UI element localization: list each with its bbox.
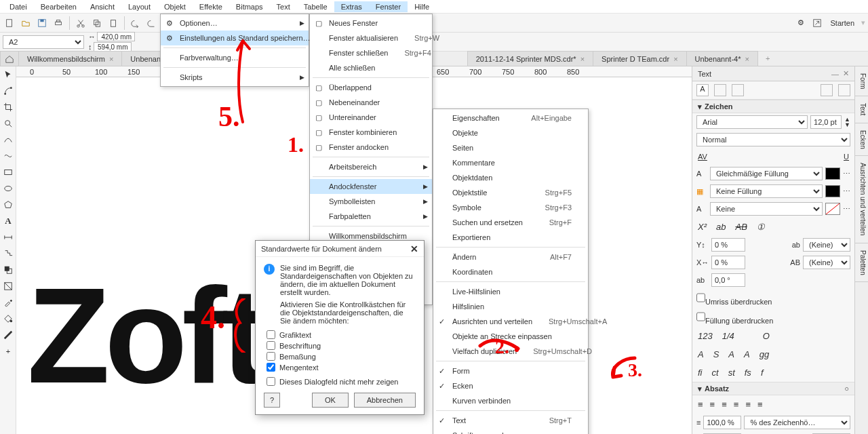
overprint-outline-checkbox[interactable] (696, 291, 705, 304)
docker-side-tabs[interactable]: FormTextEckenAusrichten und verteilenPal… (854, 66, 868, 434)
menu-item[interactable]: Ecken (433, 378, 588, 393)
ok-button[interactable]: OK (312, 393, 349, 408)
fill-swatch[interactable] (825, 167, 840, 180)
linespace-unit-select[interactable]: % des Zeichenhö… (744, 416, 850, 429)
tab-document[interactable]: 2011-12-14 Sprinter MDS.cdr*× (467, 51, 593, 66)
redo-icon[interactable] (145, 16, 159, 30)
menu-item[interactable]: ▢Neues Fenster (310, 16, 432, 31)
menu-item[interactable]: Arbeitsbereich▶ (310, 159, 432, 174)
align-right-icon[interactable]: ≡ (722, 399, 727, 410)
opt-checkbox[interactable] (267, 341, 275, 350)
menu-item[interactable]: SymboleStrg+F3 (433, 200, 588, 215)
tab-close-icon[interactable]: × (109, 55, 113, 63)
opt-checkbox[interactable] (267, 363, 275, 372)
spinner-icon[interactable]: ▲▼ (844, 117, 850, 127)
menu-item[interactable]: ▢Überlappend (310, 80, 432, 95)
linespace-input[interactable] (703, 416, 741, 429)
x-offset-input[interactable] (711, 256, 745, 269)
align-center-icon[interactable]: ≡ (710, 399, 715, 410)
menu-item[interactable]: ÄndernAlt+F7 (433, 250, 588, 264)
docker-tab[interactable]: Ecken (855, 123, 868, 157)
fill-tool-icon[interactable] (0, 311, 16, 327)
menu-item[interactable]: Ausrichten und verteilenStrg+Umschalt+A (433, 314, 588, 329)
docker-tab[interactable]: Ausrichten und verteilen (855, 156, 868, 243)
align-row[interactable]: ≡≡≡≡≡≡ (692, 395, 854, 414)
opt-checkbox[interactable] (267, 352, 275, 361)
polygon-tool-icon[interactable] (0, 197, 16, 213)
menu-item[interactable]: Form (433, 363, 588, 378)
bg-swatch[interactable] (825, 203, 840, 215)
transparency-tool-icon[interactable] (0, 278, 16, 294)
freehand-tool-icon[interactable] (0, 132, 16, 148)
start-button[interactable]: Starten (827, 19, 859, 27)
menu-fenster[interactable]: Fenster (369, 1, 408, 12)
launch-icon[interactable] (810, 16, 824, 30)
cancel-button[interactable]: Abbrechen (354, 393, 416, 408)
page-size-select[interactable]: A2 (3, 35, 84, 49)
menu-layout[interactable]: Layout (121, 1, 157, 12)
align-left-icon[interactable]: ≡ (698, 399, 703, 410)
shape-tool-icon[interactable] (0, 83, 16, 99)
outline-swatch[interactable] (825, 185, 840, 197)
menu-datei[interactable]: Datei (3, 1, 34, 12)
bg-more-icon[interactable]: ⋯ (843, 205, 850, 214)
align-justify-icon[interactable]: ≡ (734, 399, 739, 410)
more-icon[interactable] (838, 84, 850, 96)
document-tabs[interactable]: Willkommensbildschirm×Unbenannt-1*×2011-… (0, 52, 868, 66)
shadow-tool-icon[interactable] (0, 262, 16, 278)
menu-item[interactable]: ⚙Einstellungen als Standard speichern… (161, 31, 309, 45)
menu-item[interactable]: Schriftensammler (433, 428, 588, 434)
page-width-input[interactable] (97, 32, 135, 41)
menu-item[interactable]: EigenschaftenAlt+Eingabe (433, 111, 588, 125)
outline-more-icon[interactable]: ⋯ (843, 187, 850, 196)
close-icon[interactable]: ✕ (410, 243, 418, 254)
rectangle-tool-icon[interactable] (0, 164, 16, 180)
zoom-tool-icon[interactable] (0, 115, 16, 132)
char-tab-icon[interactable]: A (696, 84, 709, 96)
menu-item[interactable]: Fenster schließenStrg+F4 (310, 45, 432, 60)
menu-item[interactable]: Kurven verbinden (433, 393, 588, 408)
docker-tab[interactable]: Text (855, 96, 868, 123)
menu-item[interactable]: Farbverwaltung… (161, 50, 309, 65)
underline-icon[interactable]: U (844, 153, 849, 161)
outline-tool-icon[interactable] (0, 327, 16, 343)
menu-item[interactable]: Suchen und ersetzenStrg+F (433, 215, 588, 230)
angle-input[interactable] (711, 273, 745, 287)
tab-close-icon[interactable]: × (745, 55, 749, 63)
menu-item[interactable]: ▢Untereinander (310, 110, 432, 125)
y-offset-input[interactable] (711, 238, 745, 252)
cut-icon[interactable] (74, 16, 87, 30)
overprint-fill-checkbox[interactable] (696, 310, 705, 323)
combo1-select[interactable]: (Keine) (803, 238, 850, 252)
toolbox[interactable]: A + (0, 66, 16, 434)
menu-item[interactable]: Objektdaten (433, 170, 588, 185)
connector-tool-icon[interactable] (0, 245, 16, 262)
menu-extras[interactable]: Extras (334, 1, 369, 12)
align-none-icon[interactable]: ≡ (757, 399, 763, 410)
menu-item[interactable]: Fenster aktualisierenStrg+W (310, 31, 432, 45)
menu-item[interactable]: ▢Nebeneinander (310, 95, 432, 110)
menu-item[interactable]: Alle schließen (310, 60, 432, 75)
outline-type-select[interactable]: Keine Füllung (710, 184, 823, 198)
font-select[interactable]: Arial (696, 115, 808, 129)
docker-minimize-icon[interactable]: — (831, 70, 839, 78)
undo-icon[interactable] (129, 16, 142, 30)
menu-effekte[interactable]: Effekte (193, 1, 229, 12)
superscript-icon[interactable]: X² (698, 222, 707, 232)
docker-close-icon[interactable]: ✕ (843, 69, 849, 78)
pick-tool-icon[interactable] (0, 66, 16, 83)
menu-item[interactable]: ObjektstileStrg+F5 (433, 185, 588, 200)
fill-more-icon[interactable]: ⋯ (843, 170, 850, 178)
menu-tabelle[interactable]: Tabelle (297, 1, 334, 12)
paste-icon[interactable] (106, 16, 120, 30)
page-height-input[interactable] (94, 42, 132, 52)
menu-item[interactable]: Andockfenster▶ (310, 179, 432, 194)
bg-type-select[interactable]: Keine (710, 202, 823, 216)
menu-item[interactable]: Kommentare (433, 155, 588, 170)
dont-show-checkbox[interactable] (267, 377, 275, 386)
menu-ansicht[interactable]: Ansicht (83, 1, 121, 12)
save-icon[interactable] (35, 16, 49, 30)
menu-item[interactable]: Objekte (433, 125, 588, 140)
menu-bearbeiten[interactable]: Bearbeiten (34, 1, 83, 12)
docker-tab[interactable]: Form (855, 66, 868, 96)
